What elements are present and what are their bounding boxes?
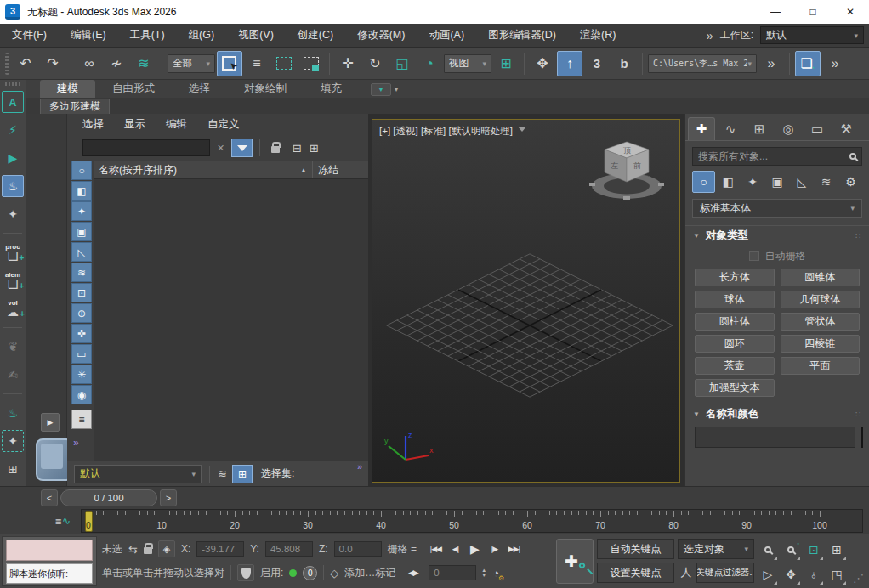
display-list-icon[interactable]: ≡: [71, 410, 92, 429]
explorer-menu-item[interactable]: 自定义: [197, 117, 250, 132]
ribbon-panel-polygon-modeling[interactable]: 多边形建模: [40, 99, 110, 114]
toggle-visibility-icon[interactable]: ◉: [71, 385, 92, 404]
toggle-cameras-icon[interactable]: ▣: [71, 222, 92, 241]
undo-icon[interactable]: ↶: [13, 51, 38, 76]
current-frame-field[interactable]: 0: [429, 565, 476, 580]
viewport-filter-icon[interactable]: [518, 127, 526, 136]
workspace-dropdown[interactable]: 默认 ▾: [760, 26, 864, 44]
lock-explorer-icon[interactable]: [267, 139, 284, 156]
select-and-place-icon[interactable]: ✥: [530, 51, 555, 76]
zoom-icon[interactable]: [757, 538, 779, 562]
tab-motion[interactable]: ◎: [775, 117, 802, 140]
ribbon-tab[interactable]: 自由形式: [95, 80, 172, 98]
go-to-start-icon[interactable]: |◀◀: [426, 540, 446, 558]
hierarchy-view-icon[interactable]: ⊞: [232, 465, 253, 483]
time-configuration-icon[interactable]: ◔: [492, 567, 499, 580]
set-key-button[interactable]: 设置关键点: [597, 563, 674, 583]
explorer-overflow-icon[interactable]: »: [357, 461, 361, 472]
media-sequencer-icon[interactable]: ▶: [2, 147, 24, 169]
maximize-button[interactable]: □: [794, 0, 832, 24]
primitive-category-dropdown[interactable]: 标准基本体 ▾: [692, 199, 862, 218]
zoom-extents-selected-icon[interactable]: ⊡: [803, 538, 825, 562]
primitive-button[interactable]: 加强型文本: [695, 379, 775, 397]
orbit-icon[interactable]: ♁: [803, 563, 825, 586]
explorer-column-header[interactable]: 名称(按升序排序) ▲ 冻结: [94, 161, 368, 179]
set-keys-button[interactable]: ✚: [556, 539, 594, 584]
track-bar-ruler[interactable]: 0102030405060708090100: [81, 509, 863, 533]
autogrid-checkbox[interactable]: [749, 251, 759, 261]
transform-gizmo-icon[interactable]: ◈: [158, 540, 175, 557]
redo-icon[interactable]: ↷: [40, 51, 65, 76]
select-move-icon[interactable]: ✛: [335, 51, 361, 76]
angle-snap-icon[interactable]: b: [611, 51, 637, 76]
view-cube[interactable]: 顶 左 前: [582, 130, 671, 208]
key-filters-button[interactable]: 关键点过滤器..: [696, 563, 754, 583]
toggle-geometry-icon[interactable]: ○: [71, 161, 92, 180]
selection-link-icon[interactable]: ⇆: [128, 543, 138, 556]
light-analysis-icon[interactable]: ✦: [2, 203, 24, 225]
tab-create[interactable]: ✚: [688, 117, 715, 140]
time-tag-icon[interactable]: ◇: [330, 567, 338, 580]
toolbar-drag-handle[interactable]: [5, 53, 9, 75]
listener-macro-pane[interactable]: [6, 540, 93, 561]
volume-icon[interactable]: vol☁+: [2, 297, 24, 319]
primitive-button[interactable]: 四棱锥: [781, 335, 860, 353]
primitive-button[interactable]: 平面: [781, 357, 860, 375]
menu-item[interactable]: 文件(F): [0, 24, 59, 47]
column-frozen-header[interactable]: 冻结: [312, 161, 368, 178]
tab-display[interactable]: ▭: [804, 117, 831, 140]
time-slider[interactable]: 0 / 100: [60, 489, 157, 506]
cat-geometry-icon[interactable]: ○: [692, 171, 715, 193]
snaps-toggle-icon[interactable]: 3: [584, 51, 610, 76]
toggle-helpers-icon[interactable]: ◺: [71, 242, 92, 262]
autosave-icon[interactable]: ❏◔: [795, 51, 821, 76]
previous-frame-arrow-icon[interactable]: <: [41, 489, 58, 506]
schematic-view-icon[interactable]: ⊞: [2, 458, 24, 480]
flat-list-icon[interactable]: ⊞: [305, 139, 322, 156]
close-button[interactable]: ✕: [832, 0, 869, 24]
project-folder-dropdown[interactable]: C:\Users\李…s Max 2026▾: [648, 54, 757, 73]
select-scale-icon[interactable]: ◱: [389, 51, 415, 76]
window-resize-grip[interactable]: ⋰: [853, 572, 864, 585]
auto-key-button[interactable]: 自动关键点: [597, 539, 674, 559]
clear-search-icon[interactable]: ✕: [214, 143, 227, 154]
render-setup-icon[interactable]: ♨: [2, 175, 24, 197]
script-editor-icon[interactable]: A: [2, 91, 24, 113]
viewcube-top-label[interactable]: 顶: [623, 146, 631, 155]
primitive-button[interactable]: 茶壶: [695, 357, 775, 375]
frame-spinner[interactable]: ▲▼: [481, 568, 486, 578]
column-name-header[interactable]: 名称(按升序排序): [94, 163, 295, 178]
adaptive-degradation-icon[interactable]: [237, 564, 254, 581]
ribbon-tab[interactable]: 对象绘制: [227, 80, 304, 98]
select-manipulate-icon[interactable]: ◔: [417, 51, 442, 76]
object-color-swatch[interactable]: [861, 427, 863, 448]
menu-item[interactable]: 组(G): [177, 24, 227, 47]
select-rotate-icon[interactable]: ↻: [362, 51, 388, 76]
maxscript-mini-listener[interactable]: 脚本迷你侦听:: [2, 536, 97, 586]
alembic-icon[interactable]: alem❑+: [2, 269, 24, 291]
menu-item[interactable]: 创建(C): [286, 24, 345, 47]
name-color-rollout[interactable]: ▼ 名称和颜色 ∷: [685, 404, 869, 424]
primitive-button[interactable]: 圆锥体: [781, 269, 860, 286]
tab-hierarchy[interactable]: ⊞: [746, 117, 773, 140]
perspective-viewport[interactable]: [+] [透视] [标准] [默认明暗处理] 顶 左 前 z x: [372, 119, 680, 483]
toggle-lights-icon[interactable]: ✦: [71, 201, 92, 221]
y-coordinate-field[interactable]: 45.808: [265, 541, 313, 557]
z-coordinate-field[interactable]: 0.0: [334, 541, 382, 557]
previous-frame-icon[interactable]: ◀|: [446, 540, 465, 558]
menu-item[interactable]: 图形编辑器(D): [476, 24, 568, 47]
menu-item[interactable]: 修改器(M): [345, 24, 417, 47]
render-presets-icon[interactable]: ♨: [2, 402, 24, 424]
reference-coord-dropdown[interactable]: 视图▾: [444, 54, 491, 73]
primitive-button[interactable]: 圆柱体: [695, 313, 775, 331]
select-and-link-icon[interactable]: ∞: [77, 51, 102, 76]
primitive-button[interactable]: 几何球体: [781, 291, 860, 308]
ribbon-minimize-icon[interactable]: ▼: [371, 83, 391, 96]
next-frame-arrow-icon[interactable]: >: [160, 489, 177, 506]
go-to-end-icon[interactable]: ▶▶|: [504, 540, 524, 558]
primitive-button[interactable]: 管状体: [781, 313, 860, 331]
cat-cameras-icon[interactable]: ▣: [766, 171, 789, 193]
tab-modify[interactable]: ∿: [717, 117, 744, 140]
minimize-button[interactable]: —: [757, 0, 794, 24]
window-crossing-icon[interactable]: [298, 51, 324, 76]
